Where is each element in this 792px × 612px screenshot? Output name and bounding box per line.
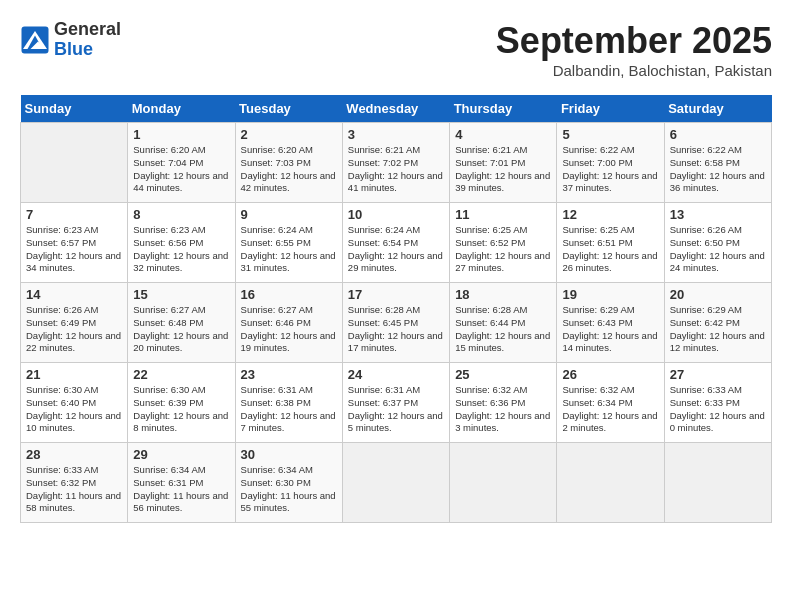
calendar-cell: 15Sunrise: 6:27 AMSunset: 6:48 PMDayligh…: [128, 283, 235, 363]
day-info: Sunrise: 6:27 AMSunset: 6:48 PMDaylight:…: [133, 304, 229, 355]
calendar-table: SundayMondayTuesdayWednesdayThursdayFrid…: [20, 95, 772, 523]
calendar-cell: 29Sunrise: 6:34 AMSunset: 6:31 PMDayligh…: [128, 443, 235, 523]
calendar-cell: 3Sunrise: 6:21 AMSunset: 7:02 PMDaylight…: [342, 123, 449, 203]
calendar-cell: 28Sunrise: 6:33 AMSunset: 6:32 PMDayligh…: [21, 443, 128, 523]
calendar-cell: 11Sunrise: 6:25 AMSunset: 6:52 PMDayligh…: [450, 203, 557, 283]
calendar-cell: [342, 443, 449, 523]
calendar-cell: 12Sunrise: 6:25 AMSunset: 6:51 PMDayligh…: [557, 203, 664, 283]
day-number: 17: [348, 287, 444, 302]
day-number: 14: [26, 287, 122, 302]
day-number: 9: [241, 207, 337, 222]
day-info: Sunrise: 6:21 AMSunset: 7:01 PMDaylight:…: [455, 144, 551, 195]
day-info: Sunrise: 6:29 AMSunset: 6:43 PMDaylight:…: [562, 304, 658, 355]
calendar-cell: 14Sunrise: 6:26 AMSunset: 6:49 PMDayligh…: [21, 283, 128, 363]
day-info: Sunrise: 6:22 AMSunset: 7:00 PMDaylight:…: [562, 144, 658, 195]
calendar-cell: 18Sunrise: 6:28 AMSunset: 6:44 PMDayligh…: [450, 283, 557, 363]
day-info: Sunrise: 6:32 AMSunset: 6:34 PMDaylight:…: [562, 384, 658, 435]
logo-text: General Blue: [54, 20, 121, 60]
day-number: 26: [562, 367, 658, 382]
day-number: 6: [670, 127, 766, 142]
day-info: Sunrise: 6:28 AMSunset: 6:44 PMDaylight:…: [455, 304, 551, 355]
calendar-cell: 6Sunrise: 6:22 AMSunset: 6:58 PMDaylight…: [664, 123, 771, 203]
day-number: 28: [26, 447, 122, 462]
day-number: 7: [26, 207, 122, 222]
location: Dalbandin, Balochistan, Pakistan: [496, 62, 772, 79]
day-info: Sunrise: 6:23 AMSunset: 6:56 PMDaylight:…: [133, 224, 229, 275]
calendar-cell: 22Sunrise: 6:30 AMSunset: 6:39 PMDayligh…: [128, 363, 235, 443]
calendar-cell: [450, 443, 557, 523]
calendar-cell: 1Sunrise: 6:20 AMSunset: 7:04 PMDaylight…: [128, 123, 235, 203]
weekday-row: SundayMondayTuesdayWednesdayThursdayFrid…: [21, 95, 772, 123]
day-info: Sunrise: 6:29 AMSunset: 6:42 PMDaylight:…: [670, 304, 766, 355]
day-number: 21: [26, 367, 122, 382]
logo: General Blue: [20, 20, 121, 60]
weekday-header: Wednesday: [342, 95, 449, 123]
day-number: 29: [133, 447, 229, 462]
day-number: 27: [670, 367, 766, 382]
day-info: Sunrise: 6:20 AMSunset: 7:04 PMDaylight:…: [133, 144, 229, 195]
calendar-cell: [557, 443, 664, 523]
day-info: Sunrise: 6:32 AMSunset: 6:36 PMDaylight:…: [455, 384, 551, 435]
calendar-week: 28Sunrise: 6:33 AMSunset: 6:32 PMDayligh…: [21, 443, 772, 523]
calendar-week: 1Sunrise: 6:20 AMSunset: 7:04 PMDaylight…: [21, 123, 772, 203]
calendar-cell: 30Sunrise: 6:34 AMSunset: 6:30 PMDayligh…: [235, 443, 342, 523]
calendar-cell: 23Sunrise: 6:31 AMSunset: 6:38 PMDayligh…: [235, 363, 342, 443]
calendar-cell: 25Sunrise: 6:32 AMSunset: 6:36 PMDayligh…: [450, 363, 557, 443]
day-info: Sunrise: 6:31 AMSunset: 6:37 PMDaylight:…: [348, 384, 444, 435]
day-number: 18: [455, 287, 551, 302]
weekday-header: Tuesday: [235, 95, 342, 123]
weekday-header: Saturday: [664, 95, 771, 123]
day-info: Sunrise: 6:21 AMSunset: 7:02 PMDaylight:…: [348, 144, 444, 195]
calendar-cell: 2Sunrise: 6:20 AMSunset: 7:03 PMDaylight…: [235, 123, 342, 203]
calendar-cell: 16Sunrise: 6:27 AMSunset: 6:46 PMDayligh…: [235, 283, 342, 363]
day-number: 19: [562, 287, 658, 302]
calendar-cell: 4Sunrise: 6:21 AMSunset: 7:01 PMDaylight…: [450, 123, 557, 203]
calendar-week: 14Sunrise: 6:26 AMSunset: 6:49 PMDayligh…: [21, 283, 772, 363]
calendar-cell: 20Sunrise: 6:29 AMSunset: 6:42 PMDayligh…: [664, 283, 771, 363]
day-number: 22: [133, 367, 229, 382]
day-number: 24: [348, 367, 444, 382]
calendar-cell: 19Sunrise: 6:29 AMSunset: 6:43 PMDayligh…: [557, 283, 664, 363]
calendar-cell: [21, 123, 128, 203]
day-info: Sunrise: 6:25 AMSunset: 6:51 PMDaylight:…: [562, 224, 658, 275]
weekday-header: Monday: [128, 95, 235, 123]
logo-blue: Blue: [54, 40, 121, 60]
day-info: Sunrise: 6:34 AMSunset: 6:31 PMDaylight:…: [133, 464, 229, 515]
day-info: Sunrise: 6:24 AMSunset: 6:54 PMDaylight:…: [348, 224, 444, 275]
day-number: 5: [562, 127, 658, 142]
day-number: 13: [670, 207, 766, 222]
calendar-header: SundayMondayTuesdayWednesdayThursdayFrid…: [21, 95, 772, 123]
day-number: 30: [241, 447, 337, 462]
calendar-cell: 5Sunrise: 6:22 AMSunset: 7:00 PMDaylight…: [557, 123, 664, 203]
day-info: Sunrise: 6:31 AMSunset: 6:38 PMDaylight:…: [241, 384, 337, 435]
logo-general: General: [54, 20, 121, 40]
calendar-cell: 24Sunrise: 6:31 AMSunset: 6:37 PMDayligh…: [342, 363, 449, 443]
calendar-cell: 7Sunrise: 6:23 AMSunset: 6:57 PMDaylight…: [21, 203, 128, 283]
month-title: September 2025: [496, 20, 772, 62]
day-info: Sunrise: 6:26 AMSunset: 6:49 PMDaylight:…: [26, 304, 122, 355]
day-info: Sunrise: 6:33 AMSunset: 6:32 PMDaylight:…: [26, 464, 122, 515]
day-info: Sunrise: 6:24 AMSunset: 6:55 PMDaylight:…: [241, 224, 337, 275]
day-number: 23: [241, 367, 337, 382]
calendar-cell: 8Sunrise: 6:23 AMSunset: 6:56 PMDaylight…: [128, 203, 235, 283]
day-number: 10: [348, 207, 444, 222]
day-number: 15: [133, 287, 229, 302]
day-number: 12: [562, 207, 658, 222]
day-number: 3: [348, 127, 444, 142]
calendar-cell: [664, 443, 771, 523]
day-info: Sunrise: 6:26 AMSunset: 6:50 PMDaylight:…: [670, 224, 766, 275]
day-info: Sunrise: 6:30 AMSunset: 6:39 PMDaylight:…: [133, 384, 229, 435]
calendar-cell: 21Sunrise: 6:30 AMSunset: 6:40 PMDayligh…: [21, 363, 128, 443]
day-number: 11: [455, 207, 551, 222]
weekday-header: Sunday: [21, 95, 128, 123]
day-number: 25: [455, 367, 551, 382]
day-info: Sunrise: 6:23 AMSunset: 6:57 PMDaylight:…: [26, 224, 122, 275]
day-number: 16: [241, 287, 337, 302]
day-number: 8: [133, 207, 229, 222]
calendar-cell: 13Sunrise: 6:26 AMSunset: 6:50 PMDayligh…: [664, 203, 771, 283]
calendar-cell: 26Sunrise: 6:32 AMSunset: 6:34 PMDayligh…: [557, 363, 664, 443]
day-number: 1: [133, 127, 229, 142]
day-info: Sunrise: 6:33 AMSunset: 6:33 PMDaylight:…: [670, 384, 766, 435]
day-info: Sunrise: 6:34 AMSunset: 6:30 PMDaylight:…: [241, 464, 337, 515]
calendar-week: 7Sunrise: 6:23 AMSunset: 6:57 PMDaylight…: [21, 203, 772, 283]
